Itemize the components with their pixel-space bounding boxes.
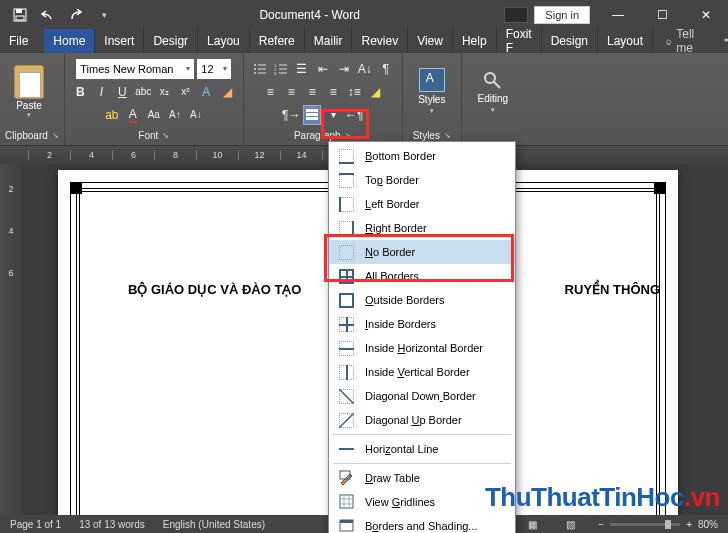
zoom-in-icon[interactable]: + xyxy=(686,519,692,530)
border-menu-all[interactable]: All Borders xyxy=(329,264,515,288)
border-menu-outside[interactable]: Outside Borders xyxy=(329,288,515,312)
font-launcher-icon[interactable]: ↘ xyxy=(162,131,169,140)
borders-dropdown-menu: Bottom BorderTop BorderLeft BorderRight … xyxy=(328,141,516,533)
zoom-slider[interactable]: − + 80% xyxy=(598,519,718,530)
ruler-vertical[interactable]: 246 xyxy=(0,164,22,515)
border-menu-shade[interactable]: Borders and Shading... xyxy=(329,514,515,533)
tab-view[interactable]: View xyxy=(408,29,453,53)
ltr-button[interactable]: ¶→ xyxy=(282,105,300,125)
zoom-out-icon[interactable]: − xyxy=(598,519,604,530)
hr-border-icon xyxy=(337,440,355,458)
clipboard-launcher-icon[interactable]: ↘ xyxy=(52,131,59,140)
tab-layout[interactable]: Layou xyxy=(198,29,250,53)
underline-button[interactable]: U xyxy=(113,82,131,102)
group-styles: Styles ▾ Styles↘ xyxy=(403,53,462,145)
minimize-button[interactable]: — xyxy=(596,0,640,29)
close-button[interactable]: ✕ xyxy=(684,0,728,29)
borders-dropdown-icon[interactable]: ▾ xyxy=(324,105,342,125)
title-bar: ▾ Document4 - Word Sign in — ☐ ✕ xyxy=(0,0,728,29)
border-menu-right[interactable]: Right Border xyxy=(329,216,515,240)
chevron-down-icon[interactable]: ▾ xyxy=(491,106,495,114)
print-layout-icon[interactable]: ▦ xyxy=(522,517,542,531)
justify-button[interactable]: ≡ xyxy=(324,82,342,102)
border-menu-top[interactable]: Top Border xyxy=(329,168,515,192)
menu-item-label: Outside Borders xyxy=(365,294,445,306)
font-name-combo[interactable]: Times New Roman▾ xyxy=(76,59,194,79)
svg-text:3: 3 xyxy=(274,71,277,75)
strike-button[interactable]: abc xyxy=(134,82,152,102)
sign-in-button[interactable]: Sign in xyxy=(534,6,590,24)
shrink-font-button[interactable]: A↓ xyxy=(187,105,205,125)
qat-customize-icon[interactable]: ▾ xyxy=(93,4,115,26)
tab-design[interactable]: Desigr xyxy=(144,29,198,53)
tab-home[interactable]: Home xyxy=(44,29,95,53)
grow-font-button[interactable]: A↑ xyxy=(166,105,184,125)
border-menu-ins-h[interactable]: Inside Horizontal Border xyxy=(329,336,515,360)
tab-foxit[interactable]: Foxit F xyxy=(497,29,542,53)
tab-help[interactable]: Help xyxy=(453,29,497,53)
text-effects-button[interactable]: A xyxy=(197,82,215,102)
highlight-button[interactable]: ab xyxy=(103,105,121,125)
show-marks-button[interactable]: ¶ xyxy=(377,59,395,79)
shading-button[interactable]: ◢ xyxy=(366,82,384,102)
border-menu-bottom[interactable]: Bottom Border xyxy=(329,144,515,168)
border-menu-hr[interactable]: Horizontal Line xyxy=(329,437,515,461)
ribbon-opts-icon[interactable] xyxy=(504,7,528,23)
font-color-button[interactable]: A xyxy=(124,105,142,125)
font-size-combo[interactable]: 12▾ xyxy=(197,59,231,79)
share-button[interactable]: Share xyxy=(711,29,728,53)
language-indicator[interactable]: English (United States) xyxy=(163,519,265,530)
paste-button[interactable]: Paste xyxy=(16,100,42,111)
save-icon[interactable] xyxy=(9,4,31,26)
superscript-button[interactable]: x² xyxy=(176,82,194,102)
chevron-down-icon[interactable]: ▾ xyxy=(430,107,434,115)
paste-icon[interactable] xyxy=(14,65,44,99)
styles-icon[interactable] xyxy=(419,68,445,92)
find-icon[interactable] xyxy=(481,69,505,91)
para-launcher-icon[interactable]: ↘ xyxy=(345,131,352,140)
redo-icon[interactable] xyxy=(65,4,87,26)
border-menu-diag-u[interactable]: Diagonal Up Border xyxy=(329,408,515,432)
line-spacing-button[interactable]: ↕≡ xyxy=(345,82,363,102)
dec-indent-button[interactable]: ⇤ xyxy=(314,59,332,79)
tab-references[interactable]: Refere xyxy=(250,29,305,53)
italic-button[interactable]: I xyxy=(92,82,110,102)
border-menu-ins-v[interactable]: Inside Vertical Border xyxy=(329,360,515,384)
word-count[interactable]: 13 of 13 words xyxy=(79,519,145,530)
tab-design2[interactable]: Design xyxy=(542,29,598,53)
bullets-button[interactable] xyxy=(251,59,269,79)
styles-button[interactable]: Styles xyxy=(418,94,445,105)
tab-mailings[interactable]: Mailir xyxy=(305,29,353,53)
bold-button[interactable]: B xyxy=(71,82,89,102)
border-menu-none[interactable]: No Border xyxy=(329,240,515,264)
page-indicator[interactable]: Page 1 of 1 xyxy=(10,519,61,530)
tab-insert[interactable]: Insert xyxy=(95,29,144,53)
border-menu-diag-d[interactable]: Diagonal Down Border xyxy=(329,384,515,408)
tab-review[interactable]: Reviev xyxy=(352,29,408,53)
align-left-button[interactable]: ≡ xyxy=(261,82,279,102)
zoom-value[interactable]: 80% xyxy=(698,519,718,530)
tell-me[interactable]: Tell me xyxy=(653,29,711,53)
undo-icon[interactable] xyxy=(37,4,59,26)
numbering-button[interactable]: 123 xyxy=(272,59,290,79)
inc-indent-button[interactable]: ⇥ xyxy=(335,59,353,79)
rtl-button[interactable]: ←¶ xyxy=(345,105,363,125)
menu-item-label: Inside Vertical Border xyxy=(365,366,470,378)
web-layout-icon[interactable]: ▧ xyxy=(560,517,580,531)
border-menu-inside[interactable]: Inside Borders xyxy=(329,312,515,336)
align-center-button[interactable]: ≡ xyxy=(282,82,300,102)
subscript-button[interactable]: x₂ xyxy=(155,82,173,102)
paste-dropdown-icon[interactable]: ▾ xyxy=(27,111,31,119)
border-menu-left[interactable]: Left Border xyxy=(329,192,515,216)
tab-file[interactable]: File xyxy=(0,29,44,53)
maximize-button[interactable]: ☐ xyxy=(640,0,684,29)
borders-button[interactable] xyxy=(303,105,321,125)
editing-button[interactable]: Editing xyxy=(478,93,509,104)
sort-button[interactable]: A↓ xyxy=(356,59,374,79)
clear-format-button[interactable]: ◢ xyxy=(218,82,236,102)
change-case-button[interactable]: Aa xyxy=(145,105,163,125)
tab-layout2[interactable]: Layout xyxy=(598,29,653,53)
styles-launcher-icon[interactable]: ↘ xyxy=(444,131,451,140)
multilevel-button[interactable]: ☰ xyxy=(293,59,311,79)
align-right-button[interactable]: ≡ xyxy=(303,82,321,102)
